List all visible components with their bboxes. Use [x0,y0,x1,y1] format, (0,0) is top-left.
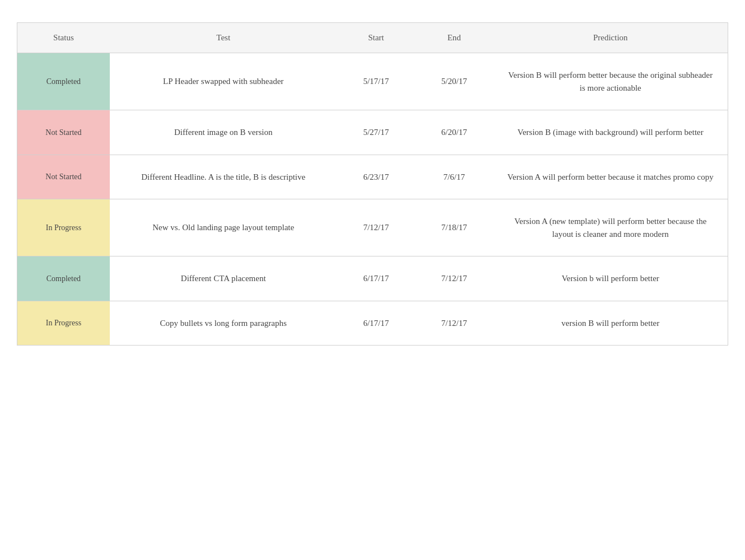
status-cell: Not Started [17,110,110,155]
test-cell: New vs. Old landing page layout template [110,199,337,256]
header-status: Status [17,23,110,53]
test-cell: LP Header swapped with subheader [110,53,337,110]
table-row: In Progress New vs. Old landing page lay… [17,199,728,256]
test-cell: Different image on B version [110,110,337,155]
status-cell: In Progress [17,199,110,256]
header-prediction: Prediction [493,23,728,53]
status-cell: In Progress [17,301,110,345]
test-cell: Copy bullets vs long form paragraphs [110,301,337,345]
start-cell: 6/17/17 [337,301,415,345]
start-cell: 5/27/17 [337,110,415,155]
start-cell: 6/17/17 [337,256,415,301]
table-row: Not Started Different image on B version… [17,110,728,155]
ab-test-table: Status Test Start End Prediction Complet… [17,22,728,346]
prediction-cell: Version B will perform better because th… [493,53,728,110]
prediction-cell: Version B (image with background) will p… [493,110,728,155]
status-cell: Completed [17,53,110,110]
header-start: Start [337,23,415,53]
prediction-cell: Version A (new template) will perform be… [493,199,728,256]
end-cell: 7/12/17 [415,301,493,345]
table-row: Completed LP Header swapped with subhead… [17,53,728,110]
end-cell: 7/18/17 [415,199,493,256]
end-cell: 7/12/17 [415,256,493,301]
end-cell: 6/20/17 [415,110,493,155]
header-end: End [415,23,493,53]
prediction-cell: Version b will perform better [493,256,728,301]
test-cell: Different Headline. A is the title, B is… [110,155,337,199]
prediction-cell: Version A will perform better because it… [493,155,728,199]
prediction-cell: version B will perform better [493,301,728,345]
start-cell: 7/12/17 [337,199,415,256]
status-cell: Not Started [17,155,110,199]
end-cell: 7/6/17 [415,155,493,199]
end-cell: 5/20/17 [415,53,493,110]
start-cell: 6/23/17 [337,155,415,199]
start-cell: 5/17/17 [337,53,415,110]
status-cell: Completed [17,256,110,301]
table-row: Not Started Different Headline. A is the… [17,155,728,199]
test-cell: Different CTA placement [110,256,337,301]
header-test: Test [110,23,337,53]
table-row: In Progress Copy bullets vs long form pa… [17,301,728,345]
table-row: Completed Different CTA placement 6/17/1… [17,256,728,301]
table-header-row: Status Test Start End Prediction [17,23,728,53]
